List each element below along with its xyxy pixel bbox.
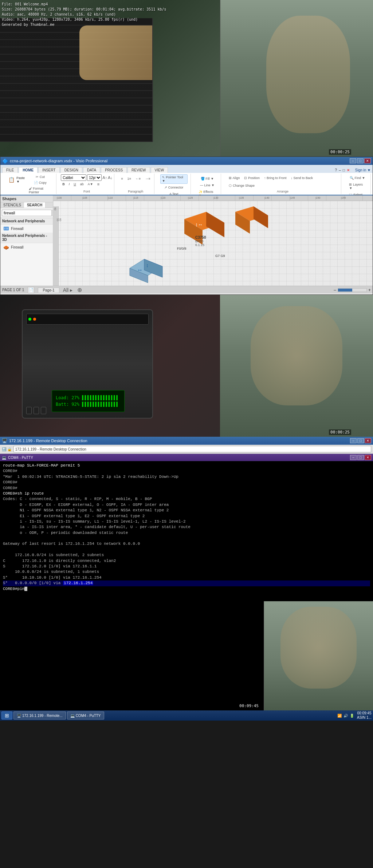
layers-button[interactable]: ⊞ Layers ▼ (347, 182, 368, 191)
shapes-stencils-tab[interactable]: STENCILS (0, 202, 24, 208)
change-shape-button[interactable]: ⬡ Change Shape (227, 183, 256, 189)
strikethrough-button[interactable]: ab (79, 182, 85, 186)
svg-text:↔: ↔ (137, 267, 143, 273)
ruler-tick-1: |105 (82, 197, 87, 199)
tab-file[interactable]: FILE (2, 167, 18, 173)
paste-button[interactable]: 📋 Paste▼ (5, 174, 27, 185)
window-controls: – □ ✕ (350, 158, 371, 163)
tab-review[interactable]: REVIEW (127, 167, 150, 173)
shapes-search-input[interactable] (2, 210, 52, 216)
bullet-button[interactable]: ≡ (119, 176, 125, 182)
terminal-line-15: Gateway of last resort is 172.16.1.254 t… (3, 541, 370, 547)
bfe0-label: BFE0 (195, 239, 206, 243)
position-button[interactable]: ⊡ Position (242, 175, 262, 181)
svg-text:↕: ↕ (146, 262, 149, 268)
terminal-line-20: 10.0.0.0/24 is subnetted, 1 subnets (3, 569, 370, 575)
cut-button[interactable]: ✂ Cut (27, 174, 53, 179)
visio-canvas[interactable]: |100 |105 |110 |115 |120 |125 |130 |135 … (53, 195, 373, 286)
decrease-indent-button[interactable]: ←≡ (134, 176, 142, 182)
tab-home[interactable]: HOME (19, 167, 38, 173)
ups-ports (26, 407, 46, 414)
ups-screen: Load: 27% ▌▌▌▌▌▌▌▌▌▌▌▌▌▌ Batt: 92% ▌▌▌▌▌… (52, 390, 125, 412)
zoom-slider[interactable] (338, 288, 367, 292)
underline-button[interactable]: U (72, 182, 78, 186)
add-page-button[interactable]: All ▸ (63, 287, 72, 293)
diagram-firewall-shape-2[interactable] (228, 205, 272, 241)
shapes-category-network[interactable]: Network and Peripherals (0, 218, 53, 225)
font-grow-button[interactable]: A↑ (102, 175, 107, 180)
canvas-work-area[interactable]: ↕↔ C3750 BFE0 6.1.15 F0/0/8 (53, 201, 373, 286)
rdp-titlebar: 🖥️ 172.16.1.199 - Remote Desktop Connect… (0, 437, 373, 445)
taskbar-clock: 00:09:45 ASIN 1... (357, 711, 372, 720)
ups-presenter-person (220, 295, 373, 437)
bring-to-front-button[interactable]: ↑ Bring to Front (262, 175, 288, 181)
tab-design[interactable]: DESIGN (60, 167, 82, 173)
terminal-line-2: CORE0# (3, 468, 370, 474)
presenter-person (220, 0, 373, 156)
terminal-line-3: *Mar 1 00:02:34 UTC: %TRACKING-5-STATE: … (3, 474, 370, 480)
font-shrink-button[interactable]: A↓ (108, 175, 113, 180)
svg-rect-1 (4, 227, 5, 230)
page-icon[interactable]: 📄 (28, 287, 34, 293)
rdp-maximize-button[interactable]: □ (357, 438, 364, 443)
find-button[interactable]: 🔍 Find ▼ (347, 175, 368, 181)
line-button[interactable]: — Line ▼ (197, 182, 218, 188)
italic-button[interactable]: I (67, 182, 71, 186)
diagram-shape-3d[interactable]: ↔ ↕ (126, 252, 166, 285)
putty-close-button[interactable]: ✕ (365, 455, 371, 460)
increase-indent-button[interactable]: →≡ (143, 176, 152, 182)
taskbar-rdp-button[interactable]: 🖥️ 172.16.1.199 - Remote... (13, 712, 66, 720)
maximize-button[interactable]: □ (357, 158, 364, 163)
ruler-tick-11: |155 (341, 197, 346, 199)
terminal-line-4: CORE0# (3, 480, 370, 485)
rdp-minimize-button[interactable]: – (350, 438, 357, 443)
putty-restore-button[interactable]: □ (357, 455, 364, 460)
rdp-close-button[interactable]: ✕ (365, 438, 371, 443)
tab-insert[interactable]: INSERT (38, 167, 60, 173)
tab-data[interactable]: DATA (83, 167, 100, 173)
text-align-button[interactable]: ≡ (96, 182, 101, 187)
shapes-item-firewall-2d[interactable]: Firewall (0, 225, 53, 233)
taskbar-start-button[interactable]: ⊞ (1, 712, 12, 720)
page-tab-1[interactable]: Page-1 (38, 288, 59, 293)
shapes-category-network-3d[interactable]: Network and Peripherals - 3D (0, 233, 53, 243)
connector-button[interactable]: ↗ Connector (160, 185, 188, 190)
shapes-item-firewall-3d[interactable]: Firewall (0, 243, 53, 251)
rdp-toolbar-icons: 🔙 🔒 (2, 447, 12, 451)
arrange-label: Arrange (277, 190, 288, 193)
format-painter-button[interactable]: 🖌 Format Painter (27, 186, 53, 195)
sign-in-link[interactable]: Sign in ▼ (355, 168, 371, 172)
minimize-button[interactable]: – (350, 158, 356, 163)
firewall-2d-icon (3, 226, 9, 231)
send-to-back-button[interactable]: ↓ Send to Back (289, 175, 315, 181)
bold-button[interactable]: B (61, 182, 66, 186)
font-size-select[interactable]: 12pt (87, 174, 102, 181)
taskbar-putty-button[interactable]: 💻 COM4 - PuTTY (67, 712, 104, 720)
tab-process[interactable]: PROCESS (101, 167, 127, 173)
rdp-timestamp: 00:09:45 (238, 703, 260, 709)
rdp-section: 🖥️ 172.16.1.199 - Remote Desktop Connect… (0, 437, 373, 721)
ribbon-group-editing: 🔍 Find ▼ ⊞ Layers ▼ ⬚ Select ▼ Editing (344, 174, 371, 194)
font-color-button[interactable]: A▼ (86, 182, 95, 186)
ribbon-group-paragraph: ≡ 1≡ ←≡ →≡ Paragraph (117, 174, 154, 194)
putty-minimize-button[interactable]: – (350, 455, 357, 460)
terminal-line-11: i - IS-IS, su - IS-IS summary, L1 - IS-I… (3, 519, 370, 524)
align-button[interactable]: ⊞ Align (227, 175, 242, 181)
new-page-button[interactable]: ⊕ (77, 286, 82, 293)
numbered-button[interactable]: 1≡ (126, 176, 133, 182)
rdp-address-bar[interactable]: 172.16.1.199 - Remote Desktop Connection (13, 446, 371, 452)
zoom-in-button[interactable]: + (368, 288, 371, 293)
font-family-select[interactable]: Calibri (61, 174, 86, 181)
fill-button[interactable]: 🪣 Fill ▼ (197, 176, 218, 182)
terminal-line-22: S* 0.0.0.0/0 [1/0] via 172.16.1.254 (3, 580, 370, 586)
tab-view[interactable]: VIEW (151, 167, 168, 173)
ups-load-text: Load: 27% ▌▌▌▌▌▌▌▌▌▌▌▌▌▌ (56, 395, 121, 401)
shapes-search-tab[interactable]: SEARCH (24, 202, 46, 208)
rdp-inner-container: 🔙 🔒 172.16.1.199 - Remote Desktop Connec… (0, 445, 373, 721)
pointer-tool-button[interactable]: ↖ Pointer Tool ▼ (160, 174, 188, 184)
copy-button[interactable]: 📄 Copy (27, 180, 53, 185)
zoom-out-button[interactable]: – (334, 288, 336, 293)
terminal-line-18: C 172.16.1.0 is directly connected, vlan… (3, 558, 370, 564)
close-button[interactable]: ✕ (364, 158, 371, 163)
visio-main-area: Shapes STENCILS SEARCH 🔍 Network and Per… (0, 195, 373, 286)
